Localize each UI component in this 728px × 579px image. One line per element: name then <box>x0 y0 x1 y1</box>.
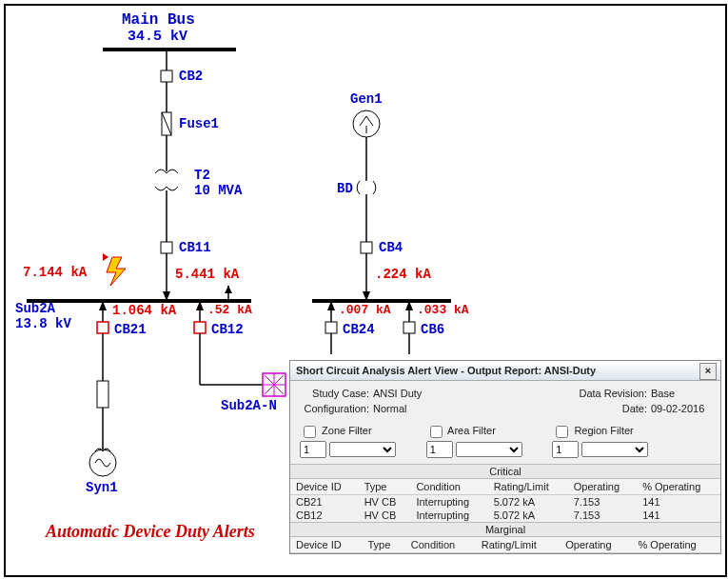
region-filter-check[interactable]: Region Filter <box>552 425 633 436</box>
date-val: 09-02-2016 <box>650 402 709 415</box>
region-filter-num[interactable] <box>552 441 579 458</box>
config-lbl: Configuration: <box>302 402 370 415</box>
i-cb21: 1.064 kA <box>112 303 176 318</box>
svg-marker-47 <box>225 286 232 293</box>
region-filter-select[interactable] <box>581 442 648 457</box>
area-filter-lbl: Area Filter <box>447 425 496 436</box>
sub2a-name: Sub2A <box>15 301 55 316</box>
date-lbl: Date: <box>489 402 648 415</box>
cb21-label: CB21 <box>114 322 147 337</box>
col-cond[interactable]: Condition <box>410 479 487 495</box>
marginal-header: Marginal <box>290 522 720 537</box>
main-bus-name: Main Bus <box>122 11 195 29</box>
area-filter-select[interactable] <box>456 442 522 457</box>
syn1-label: Syn1 <box>86 480 118 495</box>
col-device[interactable]: Device ID <box>290 479 359 495</box>
bd-label: BD <box>337 181 353 196</box>
data-rev-lbl: Data Revision: <box>489 387 648 400</box>
svg-rect-8 <box>161 242 172 253</box>
cb24-label: CB24 <box>343 322 375 337</box>
cb2-label: CB2 <box>179 69 203 84</box>
svg-rect-16 <box>97 322 108 333</box>
gen1-label: Gen1 <box>350 91 383 107</box>
svg-rect-23 <box>194 322 206 333</box>
study-case-lbl: Study Case: <box>302 387 370 400</box>
i-cb11: 5.441 kA <box>175 267 239 282</box>
svg-rect-18 <box>97 381 108 408</box>
config-val: Normal <box>372 402 487 415</box>
marginal-table: Device ID Type Condition Rating/Limit Op… <box>290 537 720 553</box>
svg-marker-12 <box>107 257 126 286</box>
area-filter-num[interactable] <box>426 441 453 458</box>
i-cb24: .007 kA <box>339 303 391 317</box>
main-bus-kv: 34.5 kV <box>128 29 187 45</box>
critical-table: Device ID Type Condition Rating/Limit Op… <box>290 479 720 522</box>
svg-rect-44 <box>403 322 415 333</box>
t2-name: T2 <box>194 168 210 183</box>
i-cb4: .224 kA <box>375 267 431 282</box>
fault-ka: 7.144 kA <box>23 265 87 280</box>
i-cb6: .033 kA <box>417 303 469 317</box>
svg-rect-34 <box>361 242 372 253</box>
alert-titlebar[interactable]: Short Circuit Analysis Alert View - Outp… <box>290 361 720 381</box>
fault-icon <box>103 253 126 286</box>
svg-marker-13 <box>103 253 108 261</box>
i-cb12: .52 kA <box>207 303 252 317</box>
cb12-label: CB12 <box>211 322 244 337</box>
alert-title: Short Circuit Analysis Alert View - Outp… <box>296 365 596 376</box>
col-pct[interactable]: % Operating <box>637 479 720 495</box>
caption: Automatic Device Duty Alerts <box>46 522 255 542</box>
critical-header: Critical <box>290 464 720 479</box>
fuse1-label: Fuse1 <box>179 116 219 131</box>
zone-filter-num[interactable] <box>300 441 326 458</box>
alert-window: Short Circuit Analysis Alert View - Outp… <box>289 360 721 554</box>
zone-filter-select[interactable] <box>329 442 396 457</box>
sub2a-n-label: Sub2A-N <box>221 398 277 413</box>
svg-rect-40 <box>325 322 337 333</box>
region-filter-lbl: Region Filter <box>574 425 633 436</box>
area-filter-check[interactable]: Area Filter <box>426 425 496 436</box>
cb11-label: CB11 <box>179 240 211 255</box>
sub2a-kv: 13.8 kV <box>15 316 71 331</box>
t2-mva: 10 MVA <box>194 183 242 198</box>
col-oper[interactable]: Operating <box>568 479 637 495</box>
study-case-val: ANSI Duty <box>372 387 487 400</box>
svg-rect-2 <box>161 70 172 82</box>
table-row[interactable]: CB21 HV CB Interrupting 5.072 kA 7.153 1… <box>290 495 720 509</box>
data-rev-val: Base <box>650 387 709 400</box>
zone-filter-check[interactable]: Zone Filter <box>300 425 372 436</box>
cb6-label: CB6 <box>421 322 444 337</box>
cb4-label: CB4 <box>379 240 403 255</box>
col-rating[interactable]: Rating/Limit <box>488 479 568 495</box>
zone-filter-lbl: Zone Filter <box>322 425 372 436</box>
close-icon[interactable]: × <box>699 363 717 380</box>
col-type[interactable]: Type <box>359 479 411 495</box>
table-row[interactable]: CB12 HV CB Interrupting 5.072 kA 7.153 1… <box>290 509 720 522</box>
